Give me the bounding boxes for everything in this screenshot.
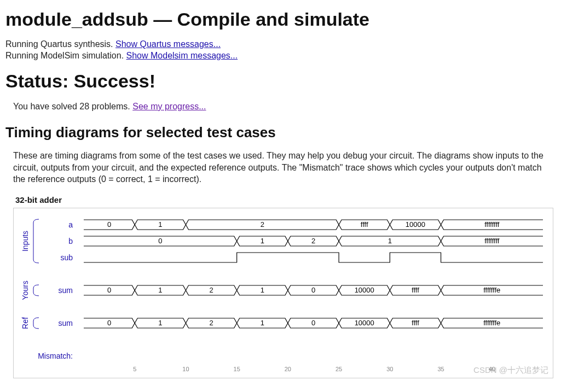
svg-text:1: 1	[158, 286, 162, 294]
svg-text:15: 15	[234, 366, 240, 372]
svg-text:0: 0	[158, 237, 162, 245]
svg-text:sub: sub	[60, 253, 73, 262]
svg-text:Yours: Yours	[21, 280, 30, 300]
svg-text:b: b	[68, 237, 73, 245]
svg-text:1: 1	[158, 319, 162, 327]
svg-text:10000: 10000	[355, 319, 374, 327]
svg-text:ffff: ffff	[361, 220, 368, 229]
svg-text:fffffffe: fffffffe	[483, 286, 500, 294]
svg-text:ffffffff: ffffffff	[484, 237, 500, 245]
svg-text:25: 25	[336, 366, 342, 372]
svg-text:1: 1	[261, 237, 264, 245]
svg-text:ffff: ffff	[412, 286, 419, 294]
svg-text:ffffffff: ffffffff	[484, 220, 500, 229]
svg-text:10: 10	[182, 366, 189, 372]
svg-text:5: 5	[133, 366, 136, 372]
status-heading: Status: Success!	[5, 71, 556, 92]
svg-text:10000: 10000	[406, 220, 425, 229]
svg-text:0: 0	[107, 286, 111, 294]
svg-text:1: 1	[388, 237, 392, 245]
svg-text:0: 0	[311, 319, 315, 327]
modelsim-link[interactable]: Show Modelsim messages...	[126, 51, 238, 60]
svg-text:35: 35	[437, 366, 444, 372]
svg-text:2: 2	[261, 220, 264, 229]
svg-text:Mismatch:: Mismatch:	[38, 352, 73, 360]
svg-text:1: 1	[261, 319, 264, 327]
progress-prefix: You have solved 28 problems.	[13, 102, 132, 111]
page-title: module_addsub — Compile and simulate	[5, 9, 556, 30]
modelsim-line: Running ModelSim simulation. Show Models…	[5, 50, 556, 62]
svg-text:1: 1	[158, 220, 162, 229]
svg-text:2: 2	[209, 319, 213, 327]
diagram-title: 32-bit adder	[15, 195, 556, 204]
svg-text:ffff: ffff	[412, 319, 419, 327]
svg-text:20: 20	[285, 366, 291, 372]
svg-text:40: 40	[489, 366, 495, 372]
svg-text:2: 2	[209, 286, 213, 294]
svg-text:10000: 10000	[355, 286, 374, 294]
timing-desc: These are timing diagrams from some of t…	[13, 150, 556, 185]
svg-text:30: 30	[386, 366, 393, 372]
timing-heading: Timing diagrams for selected test cases	[5, 124, 556, 141]
quartus-prefix: Running Quartus synthesis.	[5, 39, 115, 49]
svg-text:a: a	[68, 220, 73, 229]
svg-text:0: 0	[311, 286, 315, 294]
quartus-link[interactable]: Show Quartus messages...	[115, 39, 221, 49]
timing-diagram: InputsYoursRefabsubsumsumMismatch:012fff…	[13, 208, 553, 378]
timing-svg: InputsYoursRefabsubsumsumMismatch:012fff…	[14, 208, 553, 378]
svg-text:0: 0	[107, 319, 111, 327]
svg-text:sum: sum	[59, 319, 73, 327]
svg-text:2: 2	[311, 237, 315, 245]
svg-text:Inputs: Inputs	[21, 231, 30, 251]
progress-link[interactable]: See my progress...	[132, 102, 206, 111]
svg-text:fffffffe: fffffffe	[483, 319, 500, 327]
svg-text:Ref: Ref	[21, 317, 30, 329]
modelsim-prefix: Running ModelSim simulation.	[5, 51, 126, 60]
progress-line: You have solved 28 problems. See my prog…	[13, 101, 556, 113]
svg-text:1: 1	[261, 286, 264, 294]
quartus-line: Running Quartus synthesis. Show Quartus …	[5, 39, 556, 50]
svg-text:sum: sum	[59, 286, 73, 295]
svg-text:0: 0	[107, 220, 111, 229]
